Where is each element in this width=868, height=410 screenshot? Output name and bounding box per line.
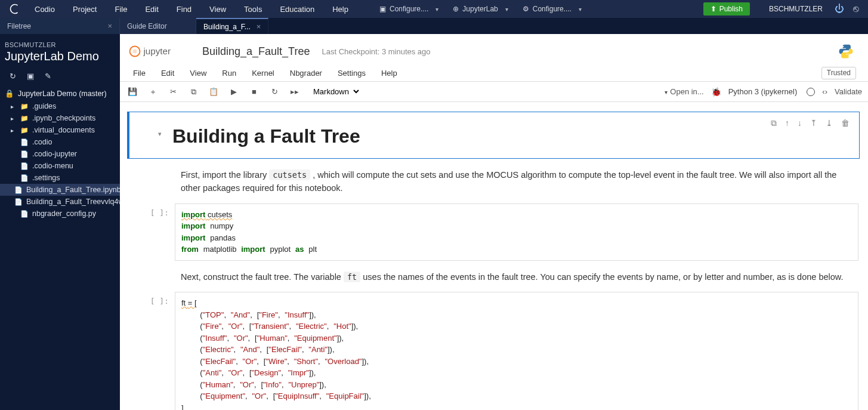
collapse-caret-icon[interactable]: ▾	[158, 130, 162, 138]
menu-codio[interactable]: Codio	[26, 1, 63, 17]
validate-icon[interactable]: ‹›	[822, 87, 827, 96]
tree-node[interactable]: 📄Building_a_Fault_Tree.ipynb	[0, 184, 120, 196]
menu-project[interactable]: Project	[64, 1, 105, 17]
delete-cell-icon[interactable]: 🗑	[841, 118, 850, 128]
jmenu-run[interactable]: Run	[215, 65, 243, 81]
add-cell-icon[interactable]: ＋	[146, 87, 159, 97]
username-label: BSCHMUTZLER	[769, 5, 823, 13]
jmenu-edit[interactable]: Edit	[154, 65, 181, 81]
lock-icon: 🔒	[5, 89, 14, 98]
jmenu-file[interactable]: File	[126, 65, 153, 81]
tree-node[interactable]: 📄.codio-menu	[0, 160, 120, 172]
menu-education[interactable]: Education	[271, 1, 323, 17]
stop-icon[interactable]: ■	[248, 87, 261, 96]
code-cell-1[interactable]: [ ]: import cutsets import numpy import …	[127, 204, 858, 261]
notebook-name[interactable]: Building_a_Fault_Tree	[202, 45, 310, 58]
menu-view[interactable]: View	[201, 1, 234, 17]
validate-button[interactable]: Validate	[835, 87, 862, 96]
checkpoint-label: Last Checkpoint: 3 minutes ago	[322, 47, 430, 56]
file-tree-sidebar: BSCHMUTZLER JupyterLab Demo ↻ ▣ ✎ 🔒Jupyt…	[0, 34, 120, 410]
configure-action[interactable]: ▣Configure....▾	[373, 2, 444, 16]
cut-icon[interactable]: ✂	[166, 87, 180, 96]
cell-type-select[interactable]: Markdown	[308, 85, 361, 98]
top-menu-bar: Codio Project File Edit Find View Tools …	[0, 0, 868, 18]
power-icon[interactable]: ⏻	[831, 1, 848, 17]
prompt-label: [ ]:	[127, 204, 175, 261]
markdown-cell[interactable]: ▾ Building a Fault Tree ⧉ ↑ ↓ ⤒ ⤓ 🗑	[127, 112, 860, 159]
configure2-action[interactable]: ⚙Configure....▾	[517, 2, 588, 16]
tree-node[interactable]: ▸📁.ipynb_checkpoints	[0, 112, 120, 124]
tree-node-label: Building_a_Fault_Tree.ipynb	[26, 186, 120, 194]
filetree-tab[interactable]: Filetree×	[0, 18, 120, 34]
guide-editor-tab[interactable]: Guide Editor	[120, 18, 196, 34]
kernel-name[interactable]: Python 3 (ipykernel)	[728, 87, 798, 96]
jmenu-nbgrader[interactable]: Nbgrader	[283, 65, 329, 81]
open-in-dropdown[interactable]: ▾Open in...	[665, 87, 703, 96]
upload-icon: ⬆	[711, 5, 716, 13]
code-cell-2[interactable]: [ ]: ft = [ ("TOP", "And", ["Fire", "Ins…	[127, 292, 858, 410]
tree-node[interactable]: 📄.codio-jupyter	[0, 148, 120, 160]
main-menu: Codio Project File Edit Find View Tools …	[26, 1, 357, 17]
jmenu-settings[interactable]: Settings	[330, 65, 373, 81]
trusted-badge[interactable]: Trusted	[821, 67, 856, 79]
editor-tab-bar: Filetree× Guide Editor Building_a_F...×	[0, 18, 868, 34]
folder-icon: 📁	[20, 127, 29, 134]
project-title: JupyterLab Demo	[0, 50, 120, 69]
notebook-tab[interactable]: Building_a_F...×	[196, 18, 268, 34]
tree-node-label: .settings	[32, 174, 60, 182]
menu-tools[interactable]: Tools	[236, 1, 270, 17]
jmenu-view[interactable]: View	[183, 65, 214, 81]
insert-above-icon[interactable]: ⤒	[810, 118, 817, 128]
insert-below-icon[interactable]: ⤓	[826, 118, 833, 128]
markdown-paragraph-2: Next, construct the fault tree. The vari…	[127, 270, 860, 292]
project-root-label: JupyterLab Demo (master)	[18, 90, 107, 98]
restart-icon[interactable]: ↻	[268, 87, 281, 96]
publish-button[interactable]: ⬆Publish	[703, 2, 750, 16]
menu-find[interactable]: Find	[168, 1, 200, 17]
menu-help[interactable]: Help	[324, 1, 357, 17]
menu-edit[interactable]: Edit	[137, 1, 166, 17]
project-root-node[interactable]: 🔒JupyterLab Demo (master)	[0, 87, 120, 100]
jmenu-kernel[interactable]: Kernel	[245, 65, 282, 81]
debug-icon[interactable]: 🐞	[711, 87, 721, 97]
code-input[interactable]: ft = [ ("TOP", "And", ["Fire", "Insuff"]…	[175, 292, 858, 410]
move-up-icon[interactable]: ↑	[785, 118, 789, 128]
menu-file[interactable]: File	[106, 1, 135, 17]
close-icon[interactable]: ×	[257, 22, 261, 31]
tree-node[interactable]: ▸📁.virtual_documents	[0, 124, 120, 136]
tree-node[interactable]: ▸📁.guides	[0, 100, 120, 112]
tree-node[interactable]: 📄.codio	[0, 136, 120, 148]
configure-label: Configure....	[390, 5, 428, 13]
tree-node[interactable]: 📄.settings	[0, 172, 120, 184]
chevron-down-icon: ▾	[435, 6, 438, 13]
tree-node[interactable]: 📄Building_a_Fault_Treevvlq4wp	[0, 196, 120, 208]
notebook-body[interactable]: ▾ Building a Fault Tree ⧉ ↑ ↓ ⤒ ⤓ 🗑 Firs…	[120, 102, 868, 410]
code-input[interactable]: import cutsets import numpy import panda…	[175, 204, 858, 261]
copy-icon[interactable]: ⧉	[187, 87, 200, 97]
file-icon: 📄	[20, 162, 29, 170]
jupyterlab-label: JupyterLab	[462, 5, 498, 13]
folder-icon: 📁	[20, 103, 29, 110]
edit-icon[interactable]: ✎	[45, 72, 51, 81]
jupyterlab-action[interactable]: ⊕JupyterLab▾	[447, 2, 514, 16]
tree-node-label: nbgrader_config.py	[32, 209, 96, 218]
md-text: uses the names of the events in the faul…	[360, 272, 843, 282]
duplicate-cell-icon[interactable]: ⧉	[771, 118, 777, 128]
sidebar-toolbar: ↻ ▣ ✎	[0, 69, 120, 87]
paste-icon[interactable]: 📋	[207, 87, 220, 96]
collapse-icon[interactable]: ▣	[27, 72, 34, 81]
run-icon[interactable]: ▶	[227, 87, 240, 96]
svg-text:jupyter: jupyter	[143, 46, 171, 56]
logout-icon[interactable]: ⎋	[848, 1, 864, 17]
run-all-icon[interactable]: ▸▸	[288, 87, 301, 96]
configure2-label: Configure....	[533, 5, 572, 13]
refresh-icon[interactable]: ↻	[10, 72, 16, 81]
close-icon[interactable]: ×	[107, 21, 112, 30]
move-down-icon[interactable]: ↓	[798, 118, 802, 128]
filetree-tab-label: Filetree	[7, 22, 31, 30]
jmenu-help[interactable]: Help	[374, 65, 404, 81]
jupyter-toolbar: 💾 ＋ ✂ ⧉ 📋 ▶ ■ ↻ ▸▸ Markdown ▾Open in... …	[120, 82, 868, 102]
tree-node[interactable]: 📄nbgrader_config.py	[0, 208, 120, 220]
inline-code: cutsets	[269, 169, 310, 180]
save-icon[interactable]: 💾	[126, 87, 139, 96]
